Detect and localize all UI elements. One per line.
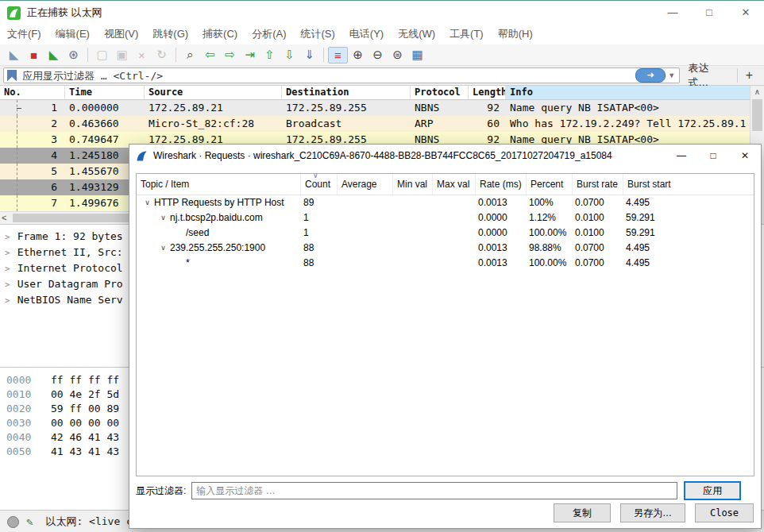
menu-telephony[interactable]: 电话(Y) [342,24,391,44]
maximize-button[interactable]: □ [691,2,727,24]
col-topic-item[interactable]: Topic / Item [137,174,300,195]
go-back-button[interactable]: ⇦ [200,47,220,64]
hex-bytes: 41 43 41 43 [51,445,119,457]
expand-caret-icon[interactable]: ∨ [157,241,169,256]
vertical-scrollbar-thumb[interactable] [752,99,762,131]
request-row[interactable]: ∨ nj.t.bcsp2p.baidu.com 1 0.0000 1.12% 0… [137,210,754,226]
go-bottom-button[interactable]: ⇩ [280,47,299,64]
menu-statistics[interactable]: 统计(S) [293,24,341,44]
stop-capture-button[interactable]: ■ [24,47,44,64]
expand-caret-icon[interactable]: ∨ [141,195,153,210]
dialog-title: Wireshark · Requests · wireshark_C210C69… [153,150,612,161]
col-burst-rate[interactable]: Burst rate [572,174,623,195]
display-filter-input[interactable] [21,69,635,83]
save-as-button[interactable]: 另存为… [620,503,685,522]
reload-file-button: ↻ [152,47,172,64]
col-average[interactable]: Average [337,174,392,195]
expand-chevron-icon[interactable]: > [5,232,10,242]
expand-chevron-icon[interactable]: > [5,295,10,306]
start-capture-button[interactable]: ◣ [4,47,24,64]
col-destination[interactable]: Destination [282,86,411,99]
copy-button[interactable]: 复制 [554,503,611,522]
go-forward-button[interactable]: ⇨ [220,47,240,64]
menu-go[interactable]: 跳转(G) [145,24,195,44]
close-button[interactable]: ✕ [727,2,764,24]
col-source[interactable]: Source [145,86,282,99]
col-burst-start[interactable]: Burst start [623,174,754,195]
detail-label: Frame 1: 92 bytes [17,230,123,242]
go-top-button[interactable]: ⇧ [260,47,280,64]
requests-table: Topic / Item Count Average Min val Max v… [136,173,754,476]
capture-options-button[interactable]: ⊛ [64,47,83,64]
dialog-close-button[interactable]: ✕ [729,145,761,167]
min-val-value [392,195,432,210]
rate-value: 0.0013 [475,241,526,256]
menu-tools[interactable]: 工具(T) [442,24,491,44]
filter-dropdown-caret-icon[interactable]: ▼ [668,71,675,79]
menu-analyze[interactable]: 分析(A) [245,24,293,44]
hex-bytes: 42 46 41 43 [51,431,119,443]
minimize-button[interactable]: — [654,2,691,24]
go-to-packet-button[interactable]: ⇥ [240,47,260,64]
display-filter-box: ➜ ▼ [3,67,680,83]
menu-view[interactable]: 视图(V) [97,24,145,44]
bookmark-icon[interactable] [7,70,17,82]
percent-value: 100% [526,195,572,210]
requests-dialog: Wireshark · Requests · wireshark_C210C69… [129,144,762,529]
expand-caret-icon[interactable]: ∨ [157,210,169,226]
find-packet-button[interactable]: ⌕ [180,47,200,64]
expand-chevron-icon[interactable]: > [5,279,10,290]
scroll-up-arrow-icon[interactable]: ∧ [750,86,764,98]
colorize-button[interactable]: ≡ [328,47,348,64]
col-time[interactable]: Time [65,86,145,99]
col-min-val[interactable]: Min val [392,174,432,195]
col-protocol[interactable]: Protocol [411,86,469,99]
packet-row[interactable]: 1 0.000000 172.25.89.21 172.25.89.255 NB… [0,100,750,116]
hex-offset: 0030 [6,416,40,430]
dialog-filter-row: 显示过滤器: 应用 [136,481,754,500]
max-val-value [432,226,475,241]
col-no[interactable]: No. [0,86,65,99]
dialog-filter-input[interactable] [191,482,677,499]
capture-file-annotation-icon[interactable]: ✎ [26,515,33,528]
max-val-value [432,241,475,256]
dialog-minimize-button[interactable]: — [666,145,697,167]
col-rate-ms[interactable]: Rate (ms) [475,174,526,195]
menu-edit[interactable]: 编辑(E) [48,24,97,44]
apply-button[interactable]: 应用 [684,481,741,500]
burst-start-value: 4.495 [623,256,754,271]
dialog-maximize-button[interactable]: □ [697,145,729,167]
burst-rate-value: 0.0700 [572,241,623,256]
hex-bytes: 59 ff 00 89 [51,403,119,414]
scroll-left-arrow-icon[interactable]: < [2,212,6,224]
menu-file[interactable]: 文件(F) [0,24,48,44]
menu-wireless[interactable]: 无线(W) [391,24,442,44]
resize-columns-button[interactable]: ▦ [407,47,427,64]
restart-capture-button[interactable]: ◣ [44,47,64,64]
col-length[interactable]: Length [469,86,506,99]
zoom-out-button[interactable]: ⊖ [368,47,388,64]
col-count[interactable]: Count [300,174,337,195]
expert-info-icon[interactable] [7,516,19,528]
close-dialog-button[interactable]: Close [695,503,754,522]
expand-chevron-icon[interactable]: > [5,248,10,258]
menu-capture[interactable]: 捕获(C) [195,24,245,44]
zoom-in-button[interactable]: ⊕ [348,47,368,64]
request-row[interactable]: * 88 0.0013 100.00% 0.0700 4.495 [137,256,754,271]
apply-filter-button[interactable]: ➜ [635,68,666,83]
request-row[interactable]: ∨ 239.255.255.250:1900 88 0.0013 98.88% … [137,241,754,256]
menu-help[interactable]: 帮助(H) [491,24,540,44]
rate-value: 0.0013 [475,256,526,271]
request-row[interactable]: ∨ HTTP Requests by HTTP Host 89 0.0013 1… [137,195,754,210]
add-filter-button[interactable]: + [737,68,761,83]
menu-bar: 文件(F) 编辑(E) 视图(V) 跳转(G) 捕获(C) 分析(A) 统计(S… [0,24,764,44]
col-max-val[interactable]: Max val [432,174,475,195]
packet-row[interactable]: 2 0.463660 Micro-St_82:cf:28 Broadcast A… [0,116,750,132]
col-info[interactable]: Info [506,86,750,99]
auto-scroll-button[interactable]: ⇓ [299,47,319,64]
expand-chevron-icon[interactable]: > [5,264,10,274]
col-percent[interactable]: Percent [526,174,572,195]
request-row[interactable]: /seed 1 0.0000 100.00% 0.0100 59.291 [137,226,754,241]
zoom-reset-button[interactable]: ⊜ [388,47,407,64]
main-toolbar: ◣ ■ ◣ ⊛ ▢ ▣ × ↻ ⌕ ⇦ ⇨ ⇥ ⇧ ⇩ [0,44,764,66]
